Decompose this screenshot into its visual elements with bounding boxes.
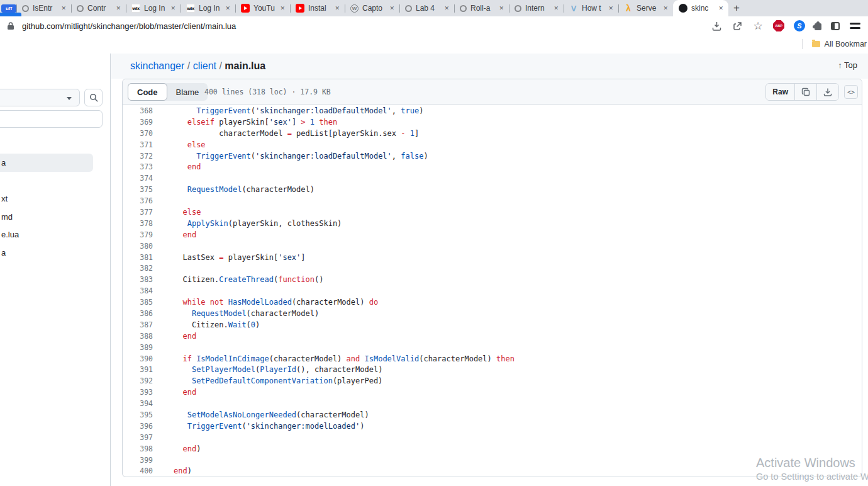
line-number[interactable]: 399 <box>123 456 153 465</box>
line-number[interactable]: 394 <box>123 399 153 408</box>
tab-close-icon[interactable]: ✕ <box>662 4 669 13</box>
shazam-extension-icon[interactable]: S <box>794 20 805 31</box>
adblock-extension-icon[interactable]: ABP <box>773 20 784 31</box>
line-number[interactable]: 371 <box>123 140 153 149</box>
line-number[interactable]: 378 <box>123 219 153 228</box>
line-number[interactable]: 389 <box>123 343 153 352</box>
code-line: 398 end) <box>123 443 862 455</box>
line-number[interactable]: 396 <box>123 422 153 431</box>
tab-close-icon[interactable]: ✕ <box>388 4 396 13</box>
file-tree-item[interactable] <box>0 172 111 190</box>
line-number[interactable]: 379 <box>123 230 153 239</box>
browser-tab[interactable]: Intern✕ <box>509 0 564 16</box>
tab-close-icon[interactable]: ✕ <box>443 4 450 13</box>
line-number[interactable]: 386 <box>123 309 153 318</box>
line-number[interactable]: 388 <box>123 332 153 341</box>
browser-tab[interactable]: Lab 4✕ <box>399 0 454 16</box>
line-number[interactable]: 376 <box>123 196 153 205</box>
all-bookmarks-button[interactable]: All Bookmar <box>802 35 868 53</box>
line-number[interactable]: 375 <box>123 185 153 194</box>
download-raw-icon[interactable] <box>816 84 838 100</box>
browser-tab[interactable]: skinc✕ <box>673 0 728 16</box>
breadcrumb-folder-link[interactable]: client <box>193 60 216 71</box>
symbols-panel-icon[interactable]: <> <box>844 85 858 99</box>
browser-tab[interactable]: Contr✕ <box>71 0 126 16</box>
browser-tab[interactable]: Roll-a✕ <box>454 0 509 16</box>
line-number[interactable]: 393 <box>123 388 153 397</box>
tab-close-icon[interactable]: ✕ <box>60 4 67 13</box>
tab-blame[interactable]: Blame <box>167 83 208 101</box>
share-icon[interactable] <box>732 20 743 31</box>
line-number[interactable]: 387 <box>123 320 153 329</box>
bookmark-star-icon[interactable]: ☆ <box>752 20 764 31</box>
line-number[interactable]: 384 <box>123 286 153 295</box>
line-number[interactable]: 392 <box>123 376 153 385</box>
code-line-content: Citizen.Wait(0) <box>153 320 260 329</box>
download-page-icon[interactable] <box>711 20 722 31</box>
code-line: 376 <box>123 195 862 206</box>
line-number[interactable]: 368 <box>123 106 153 115</box>
line-number[interactable]: 400 <box>123 466 153 475</box>
breadcrumb-separator: / <box>216 60 225 71</box>
line-number[interactable]: 372 <box>123 152 153 161</box>
file-tree-item[interactable]: a <box>0 244 111 262</box>
code-line-content: end <box>153 332 196 341</box>
line-number[interactable]: 377 <box>123 208 153 217</box>
line-number[interactable]: 395 <box>123 410 153 419</box>
side-panel-icon[interactable] <box>831 22 840 30</box>
line-number[interactable]: 369 <box>123 118 153 127</box>
tab-strip: uffIsEntr✕Contr✕wixLog In✕wixLog In✕YouT… <box>0 0 868 16</box>
file-tree-item[interactable]: md <box>0 208 111 226</box>
line-number[interactable]: 398 <box>123 444 153 453</box>
line-number[interactable]: 382 <box>123 264 153 273</box>
browser-tab[interactable]: VHow t✕ <box>564 0 618 16</box>
copy-icon[interactable] <box>794 84 816 100</box>
raw-button-group: Raw <box>765 83 839 101</box>
browser-tab[interactable]: λServe✕ <box>618 0 673 16</box>
tab-close-icon[interactable]: ✕ <box>717 4 725 13</box>
line-number[interactable]: 380 <box>123 242 153 251</box>
back-to-top-link[interactable]: ↑ Top <box>838 60 857 70</box>
code-line: 381 LastSex = playerSkin['sex'] <box>123 252 862 263</box>
tab-close-icon[interactable]: ✕ <box>169 4 177 13</box>
tab-close-icon[interactable]: ✕ <box>552 4 560 13</box>
url-text[interactable]: github.com/mitlight/skinchanger/blob/mas… <box>22 21 236 31</box>
browser-tab[interactable]: wixLog In✕ <box>126 0 181 16</box>
tab-close-icon[interactable]: ✕ <box>224 4 231 13</box>
line-number[interactable]: 385 <box>123 298 153 307</box>
youtube-favicon <box>296 4 304 13</box>
tab-close-icon[interactable]: ✕ <box>333 4 341 13</box>
browser-tab[interactable]: YouTu✕ <box>235 0 290 16</box>
tree-search-button[interactable] <box>84 89 103 106</box>
file-tree-item[interactable]: a <box>0 154 93 172</box>
tab-code[interactable]: Code <box>128 83 167 101</box>
line-number[interactable]: 370 <box>123 129 153 138</box>
browser-tab[interactable]: Instal✕ <box>290 0 345 16</box>
line-number[interactable]: 373 <box>123 162 153 171</box>
browser-tab[interactable]: IsEntr✕ <box>16 0 71 16</box>
tab-close-icon[interactable]: ✕ <box>607 4 615 13</box>
breadcrumb-repo-link[interactable]: skinchanger <box>130 60 184 71</box>
browser-tab[interactable]: WCapto✕ <box>345 0 399 16</box>
browser-menu-icon[interactable] <box>849 20 860 31</box>
uff-favicon: uff <box>1 4 16 13</box>
github-favicon <box>679 4 687 13</box>
file-tree-item[interactable]: xt <box>0 189 111 208</box>
tab-close-icon[interactable]: ✕ <box>279 4 286 13</box>
line-number[interactable]: 383 <box>123 275 153 284</box>
raw-button[interactable]: Raw <box>766 84 794 100</box>
extensions-puzzle-icon[interactable] <box>815 23 821 30</box>
line-number[interactable]: 390 <box>123 354 153 363</box>
line-number[interactable]: 391 <box>123 365 153 374</box>
line-number[interactable]: 374 <box>123 174 153 183</box>
lock-icon[interactable] <box>5 20 16 31</box>
browser-tab[interactable]: wixLog In✕ <box>181 0 235 16</box>
file-tree-item[interactable]: e.lua <box>0 225 111 244</box>
branch-selector-dropdown[interactable] <box>0 89 80 106</box>
line-number[interactable]: 397 <box>123 433 153 442</box>
go-to-file-input[interactable] <box>0 110 103 128</box>
tab-close-icon[interactable]: ✕ <box>498 4 505 13</box>
tab-close-icon[interactable]: ✕ <box>114 4 122 13</box>
line-number[interactable]: 381 <box>123 253 153 262</box>
new-tab-button[interactable]: + <box>728 0 745 16</box>
